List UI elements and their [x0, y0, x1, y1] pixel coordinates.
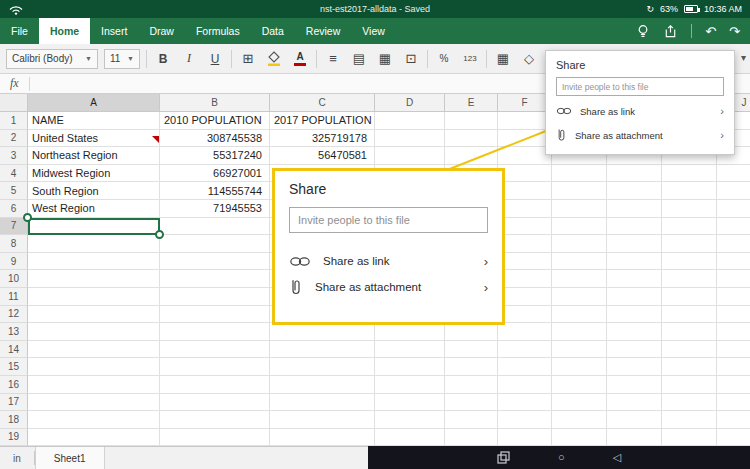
cell-H14[interactable] — [607, 341, 662, 359]
cell-J13[interactable] — [717, 323, 750, 341]
cell-G14[interactable] — [552, 341, 607, 359]
cell-B7[interactable] — [160, 218, 270, 236]
cell-A8[interactable] — [28, 235, 160, 253]
callout-invite-input[interactable] — [289, 207, 488, 233]
cell-A5[interactable]: South Region — [28, 182, 160, 200]
cell-J5[interactable] — [717, 182, 750, 200]
col-header-A[interactable]: A — [28, 94, 160, 112]
cell-F8[interactable] — [498, 235, 552, 253]
cell-J6[interactable] — [717, 200, 750, 218]
cell-H7[interactable] — [607, 218, 662, 236]
cell-F15[interactable] — [498, 358, 552, 376]
undo-button[interactable]: ↶ — [705, 25, 716, 38]
cell-G12[interactable] — [552, 306, 607, 324]
cell-G18[interactable] — [552, 411, 607, 429]
cell-F9[interactable] — [498, 253, 552, 271]
cell-D3[interactable] — [375, 147, 445, 165]
cell-E14[interactable] — [445, 341, 498, 359]
cell-C19[interactable] — [270, 429, 375, 446]
cell-A9[interactable] — [28, 253, 160, 271]
cell-G13[interactable] — [552, 323, 607, 341]
select-all-corner[interactable] — [0, 94, 28, 112]
cell-H19[interactable] — [607, 429, 662, 446]
cell-I7[interactable] — [662, 218, 717, 236]
callout-share-as-attachment-item[interactable]: Share as attachment › — [289, 274, 488, 300]
cell-J8[interactable] — [717, 235, 750, 253]
cell-J4[interactable] — [717, 165, 750, 183]
cell-F5[interactable] — [498, 182, 552, 200]
selection-handle-top-left[interactable] — [23, 213, 32, 222]
cell-A17[interactable] — [28, 394, 160, 412]
share-as-attachment-item[interactable]: Share as attachment › — [556, 126, 724, 144]
cell-F10[interactable] — [498, 270, 552, 288]
italic-button[interactable]: I — [179, 49, 199, 69]
cell-A6[interactable]: West Region — [28, 200, 160, 218]
row-header-10[interactable]: 10 — [0, 270, 28, 288]
tell-me-lightbulb-icon[interactable] — [636, 24, 650, 38]
cell-E2[interactable] — [445, 130, 498, 148]
cell-B15[interactable] — [160, 358, 270, 376]
cell-B19[interactable] — [160, 429, 270, 446]
cell-I5[interactable] — [662, 182, 717, 200]
cell-B14[interactable] — [160, 341, 270, 359]
selection-handle-bottom-right[interactable] — [155, 230, 164, 239]
row-header-14[interactable]: 14 — [0, 341, 28, 359]
cell-D2[interactable] — [375, 130, 445, 148]
row-header-2[interactable]: 2 — [0, 130, 28, 148]
cell-H11[interactable] — [607, 288, 662, 306]
col-header-D[interactable]: D — [375, 94, 445, 112]
cell-E13[interactable] — [445, 323, 498, 341]
cell-C13[interactable] — [270, 323, 375, 341]
cell-B17[interactable] — [160, 394, 270, 412]
font-name-select[interactable]: Calibri (Body) ▼ — [6, 49, 98, 69]
tab-data[interactable]: Data — [251, 18, 295, 44]
cell-B16[interactable] — [160, 376, 270, 394]
cell-C15[interactable] — [270, 358, 375, 376]
cell-J15[interactable] — [717, 358, 750, 376]
tab-file[interactable]: File — [0, 18, 39, 44]
row-header-19[interactable]: 19 — [0, 429, 28, 446]
cell-G9[interactable] — [552, 253, 607, 271]
row-header-12[interactable]: 12 — [0, 306, 28, 324]
cell-I4[interactable] — [662, 165, 717, 183]
cell-G17[interactable] — [552, 394, 607, 412]
merge-center-button[interactable]: ▦ — [375, 49, 395, 69]
cell-H5[interactable] — [607, 182, 662, 200]
row-header-16[interactable]: 16 — [0, 376, 28, 394]
cell-H13[interactable] — [607, 323, 662, 341]
cell-D17[interactable] — [375, 394, 445, 412]
cell-A1[interactable]: NAME — [28, 112, 160, 130]
cell-F14[interactable] — [498, 341, 552, 359]
cell-H12[interactable] — [607, 306, 662, 324]
cell-C17[interactable] — [270, 394, 375, 412]
cell-C1[interactable]: 2017 POPULATION — [270, 112, 375, 130]
bold-button[interactable]: B — [153, 49, 173, 69]
back-icon[interactable]: ◁ — [613, 452, 621, 463]
cell-A14[interactable] — [28, 341, 160, 359]
cell-A2[interactable]: United States — [28, 130, 160, 148]
cell-B18[interactable] — [160, 411, 270, 429]
row-header-15[interactable]: 15 — [0, 358, 28, 376]
cell-H15[interactable] — [607, 358, 662, 376]
cell-A19[interactable] — [28, 429, 160, 446]
cell-C16[interactable] — [270, 376, 375, 394]
cell-F18[interactable] — [498, 411, 552, 429]
cell-H17[interactable] — [607, 394, 662, 412]
cell-E18[interactable] — [445, 411, 498, 429]
font-color-button[interactable]: A — [290, 49, 310, 69]
cell-C14[interactable] — [270, 341, 375, 359]
cell-I16[interactable] — [662, 376, 717, 394]
col-header-F[interactable]: F — [498, 94, 552, 112]
row-header-18[interactable]: 18 — [0, 411, 28, 429]
cell-J11[interactable] — [717, 288, 750, 306]
collapse-ribbon-chevron-icon[interactable]: ▾ — [741, 52, 746, 63]
cell-D15[interactable] — [375, 358, 445, 376]
cell-B2[interactable]: 308745538 — [160, 130, 270, 148]
cell-I10[interactable] — [662, 270, 717, 288]
cell-I11[interactable] — [662, 288, 717, 306]
clear-format-button[interactable]: ◇ — [519, 49, 539, 69]
callout-share-as-link-item[interactable]: Share as link › — [289, 248, 488, 274]
cell-B5[interactable]: 114555744 — [160, 182, 270, 200]
tab-formulas[interactable]: Formulas — [185, 18, 251, 44]
cell-C2[interactable]: 325719178 — [270, 130, 375, 148]
